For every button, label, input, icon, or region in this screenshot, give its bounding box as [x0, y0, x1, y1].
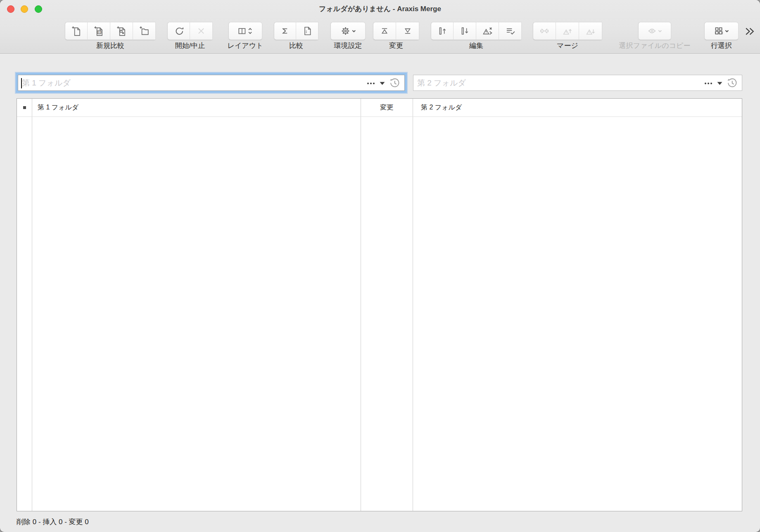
new-binary-comparison-icon: 01	[93, 26, 104, 36]
window-title: フォルダがありません - Araxis Merge	[83, 4, 677, 14]
merge-warning-up-icon	[562, 26, 573, 36]
merge-both-button[interactable]	[533, 22, 556, 40]
folder1-browse-button[interactable]	[364, 75, 378, 90]
statistics-sigma-icon	[280, 26, 290, 36]
column-header-marker[interactable]	[17, 99, 32, 116]
toolbar-group-merge: マージ	[533, 22, 602, 40]
history-clock-icon	[726, 77, 738, 89]
start-button[interactable]	[167, 22, 190, 40]
toolbar-overflow-button[interactable]	[743, 25, 757, 38]
shift-lines-up-button[interactable]	[431, 22, 454, 40]
ellipsis-browse-icon	[366, 78, 376, 88]
column-header-folder1[interactable]: 第 1 フォルダ	[32, 99, 361, 116]
merge-both-icon	[539, 26, 550, 36]
toolbar-group-label: 行選択	[659, 41, 760, 50]
text-cursor	[21, 78, 22, 88]
layout-panes-stepper-icon	[237, 26, 254, 36]
close-button[interactable]	[7, 5, 14, 13]
new-binary-comparison-button[interactable]: 01	[88, 22, 110, 40]
shift-lines-up-icon	[437, 26, 448, 36]
folder2-path-field	[413, 75, 742, 91]
dismiss-warning-icon	[482, 26, 493, 36]
comparison-report-button[interactable]	[296, 22, 318, 40]
row-selection-dropdown-icon	[713, 26, 730, 36]
minimize-button[interactable]	[21, 5, 28, 13]
start-refresh-icon	[173, 26, 184, 36]
previous-change-button[interactable]	[373, 22, 396, 40]
square-marker-icon	[23, 106, 26, 109]
abort-button[interactable]	[190, 22, 213, 40]
new-image-comparison-button[interactable]	[110, 22, 133, 40]
folder1-path-field	[18, 75, 405, 91]
new-text-comparison-icon	[71, 26, 82, 36]
accept-changes-list-icon	[505, 26, 515, 36]
next-change-icon	[402, 26, 413, 36]
merge-warning-down-button[interactable]	[579, 22, 602, 40]
toolbar-group-edit: 編集	[431, 22, 522, 40]
toolbar-group-layout: レイアウト	[228, 22, 262, 40]
shift-lines-down-button[interactable]	[454, 22, 476, 40]
settings-gear-dropdown-icon	[340, 26, 356, 36]
comparison-table: 第 1 フォルダ 変更 第 2 フォルダ	[17, 98, 742, 511]
copy-selected-files-dropdown-icon	[646, 26, 663, 36]
toolbar-group-row-selection: 行選択	[704, 22, 739, 40]
shift-lines-down-icon	[459, 26, 470, 36]
folder1-dropdown-button[interactable]	[378, 75, 387, 90]
svg-text:01: 01	[98, 30, 101, 34]
folder2-browse-button[interactable]	[702, 75, 715, 90]
toolbar-group-comparison: 比較	[274, 22, 318, 40]
folder1-history-button[interactable]	[387, 75, 402, 90]
dismiss-warning-button[interactable]	[476, 22, 499, 40]
status-bar: 削除 0 - 挿入 0 - 変更 0	[0, 511, 760, 532]
abort-x-icon	[196, 26, 207, 36]
accept-changes-button[interactable]	[499, 22, 522, 40]
toolbar-group-preferences: 環境設定	[330, 22, 366, 40]
column-header-folder2[interactable]: 第 2 フォルダ	[413, 99, 742, 116]
column-header-changes[interactable]: 変更	[361, 99, 413, 116]
toolbar-group-new-comparison: 01 新規比較	[65, 22, 156, 40]
status-summary: 削除 0 - 挿入 0 - 変更 0	[17, 517, 89, 527]
zoom-button[interactable]	[35, 5, 42, 13]
row-selection-button[interactable]	[704, 22, 739, 40]
dropdown-triangle-icon	[717, 78, 723, 88]
dropdown-triangle-icon	[379, 78, 385, 88]
new-text-comparison-button[interactable]	[65, 22, 88, 40]
chevron-double-right-icon	[743, 26, 756, 37]
ellipsis-browse-icon	[703, 78, 713, 88]
comparison-list-area[interactable]	[17, 117, 742, 511]
preferences-button[interactable]	[330, 22, 366, 40]
new-image-comparison-icon	[116, 26, 127, 36]
copy-selected-files-button[interactable]	[638, 22, 671, 40]
folder2-history-button[interactable]	[724, 75, 739, 90]
layout-button[interactable]	[228, 22, 262, 40]
new-folder-comparison-icon	[139, 26, 150, 36]
history-clock-icon	[389, 77, 400, 89]
toolbar-group-changes: 変更	[373, 22, 419, 40]
folder2-dropdown-button[interactable]	[715, 75, 724, 90]
next-change-button[interactable]	[396, 22, 419, 40]
report-document-icon	[302, 26, 313, 36]
merge-warning-down-icon	[585, 26, 596, 36]
toolbar-group-start-abort: 開始/中止	[167, 22, 213, 40]
previous-change-icon	[379, 26, 390, 36]
toolbar-group-copy-selected: 選択ファイルのコピー	[638, 22, 671, 40]
comparison-table-header: 第 1 フォルダ 変更 第 2 フォルダ	[17, 99, 742, 117]
new-folder-comparison-button[interactable]	[133, 22, 156, 40]
merge-warning-up-button[interactable]	[556, 22, 579, 40]
comparison-statistics-button[interactable]	[274, 22, 296, 40]
araxis-merge-window: フォルダがありません - Araxis Merge 01	[0, 0, 760, 532]
folder1-path-input[interactable]	[18, 75, 364, 90]
window-chrome: フォルダがありません - Araxis Merge 01	[0, 0, 760, 54]
folder2-path-input[interactable]	[413, 75, 702, 90]
